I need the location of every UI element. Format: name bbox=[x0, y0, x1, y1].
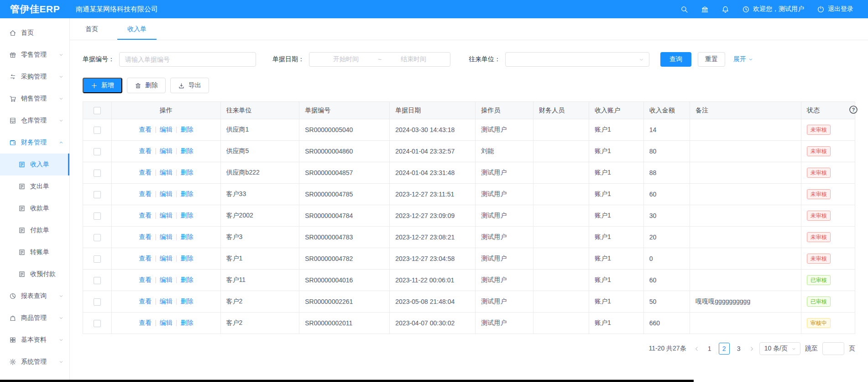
cell-operator: 测试用户 bbox=[476, 291, 533, 313]
edit-link[interactable]: 编辑 bbox=[160, 319, 173, 326]
sidebar-item-receipt-bill[interactable]: 收款单 bbox=[0, 197, 69, 219]
row-checkbox[interactable] bbox=[94, 298, 101, 306]
delete-link[interactable]: 删除 bbox=[180, 255, 193, 262]
sidebar-item-retail[interactable]: 零售管理 bbox=[0, 44, 69, 66]
action-separator: | bbox=[176, 190, 178, 197]
cell-operator: 测试用户 bbox=[476, 205, 533, 227]
jump-page-input[interactable] bbox=[822, 342, 844, 355]
status-badge: 审核中 bbox=[807, 318, 831, 328]
help-icon[interactable]: ? bbox=[849, 105, 858, 114]
delete-link[interactable]: 删除 bbox=[180, 126, 193, 133]
partner-select[interactable] bbox=[505, 52, 649, 67]
next-page-button[interactable] bbox=[749, 346, 755, 352]
date-range-picker[interactable]: 开始时间 ~ 结束时间 bbox=[309, 52, 450, 67]
edit-link[interactable]: 编辑 bbox=[160, 169, 173, 176]
welcome-user[interactable]: 欢迎您，测试用户 bbox=[742, 5, 804, 13]
view-link[interactable]: 查看 bbox=[139, 169, 152, 176]
tab-首页[interactable]: 首页 bbox=[80, 18, 104, 40]
bill-no-input[interactable] bbox=[119, 52, 256, 67]
cell-amount: 50 bbox=[643, 291, 690, 313]
row-checkbox[interactable] bbox=[94, 191, 101, 198]
status-badge: 未审核 bbox=[807, 254, 831, 264]
edit-link[interactable]: 编辑 bbox=[160, 212, 173, 219]
sidebar-item-advance-receipt[interactable]: 收预付款 bbox=[0, 263, 69, 285]
bell-icon[interactable] bbox=[722, 5, 729, 13]
view-link[interactable]: 查看 bbox=[139, 190, 152, 197]
bank-icon[interactable] bbox=[701, 5, 709, 13]
row-checkbox[interactable] bbox=[94, 127, 101, 134]
row-checkbox[interactable] bbox=[94, 255, 101, 263]
row-select-cell bbox=[83, 270, 112, 291]
view-link[interactable]: 查看 bbox=[139, 297, 152, 305]
row-checkbox[interactable] bbox=[94, 234, 101, 241]
delete-button[interactable]: 删除 bbox=[127, 78, 166, 93]
edit-link[interactable]: 编辑 bbox=[160, 147, 173, 154]
cell-partner: 客户2 bbox=[220, 313, 299, 334]
row-checkbox[interactable] bbox=[94, 212, 101, 220]
sidebar-item-label: 支出单 bbox=[30, 182, 49, 191]
table-row: 查看|编辑|删除供应商5SR000000048602024-01-04 23:3… bbox=[83, 141, 855, 162]
sidebar-item-finance[interactable]: 财务管理 bbox=[0, 132, 69, 154]
export-button[interactable]: 导出 bbox=[170, 78, 209, 93]
search-icon[interactable] bbox=[680, 5, 688, 13]
prev-page-button[interactable] bbox=[694, 346, 700, 352]
cell-partner: 客户2 bbox=[220, 291, 299, 313]
action-separator: | bbox=[155, 276, 157, 283]
row-checkbox[interactable] bbox=[94, 277, 101, 284]
view-link[interactable]: 查看 bbox=[139, 212, 152, 219]
sidebar-item-sales[interactable]: 销售管理 bbox=[0, 88, 69, 110]
view-link[interactable]: 查看 bbox=[139, 255, 152, 262]
delete-link[interactable]: 删除 bbox=[180, 212, 193, 219]
view-link[interactable]: 查看 bbox=[139, 126, 152, 133]
cell-amount: 60 bbox=[643, 184, 690, 205]
sidebar-item-payment-bill[interactable]: 付款单 bbox=[0, 219, 69, 241]
logout-button[interactable]: 退出登录 bbox=[817, 5, 853, 13]
cell-finance bbox=[533, 205, 589, 227]
edit-link[interactable]: 编辑 bbox=[160, 297, 173, 305]
reset-button[interactable]: 重置 bbox=[698, 52, 725, 67]
sidebar-item-goods[interactable]: 商品管理 bbox=[0, 307, 69, 329]
delete-link[interactable]: 删除 bbox=[180, 233, 193, 240]
sidebar-item-reports[interactable]: 报表查询 bbox=[0, 285, 69, 307]
delete-link[interactable]: 删除 bbox=[180, 147, 193, 154]
edit-link[interactable]: 编辑 bbox=[160, 126, 173, 133]
sidebar-item-purchase[interactable]: 采购管理 bbox=[0, 66, 69, 88]
row-checkbox[interactable] bbox=[94, 170, 101, 177]
clock-icon bbox=[742, 5, 750, 13]
column-header: 单据编号 bbox=[299, 102, 390, 119]
edit-link[interactable]: 编辑 bbox=[160, 190, 173, 197]
add-button[interactable]: 新增 bbox=[83, 78, 122, 93]
sidebar-item-transfer-bill[interactable]: 转账单 bbox=[0, 241, 69, 263]
search-button[interactable]: 查询 bbox=[660, 52, 691, 67]
row-checkbox[interactable] bbox=[94, 320, 101, 327]
row-checkbox[interactable] bbox=[94, 148, 101, 155]
sidebar-item-basic-data[interactable]: 基本资料 bbox=[0, 329, 69, 351]
page-button-2[interactable]: 2 bbox=[719, 343, 730, 355]
sidebar-item-home[interactable]: 首页 bbox=[0, 22, 69, 44]
view-link[interactable]: 查看 bbox=[139, 233, 152, 240]
cell-remark bbox=[690, 184, 801, 205]
expand-link[interactable]: 展开 bbox=[733, 55, 753, 64]
tab-收入单[interactable]: 收入单 bbox=[122, 18, 152, 40]
sidebar-item-system[interactable]: 系统管理 bbox=[0, 351, 69, 373]
sidebar-item-income-bill[interactable]: 收入单 bbox=[0, 154, 69, 175]
view-link[interactable]: 查看 bbox=[139, 147, 152, 154]
delete-link[interactable]: 删除 bbox=[180, 169, 193, 176]
delete-link[interactable]: 删除 bbox=[180, 297, 193, 305]
edit-link[interactable]: 编辑 bbox=[160, 255, 173, 262]
page-button-3[interactable]: 3 bbox=[733, 343, 744, 355]
select-all-checkbox[interactable] bbox=[94, 107, 101, 114]
page-button-1[interactable]: 1 bbox=[704, 343, 715, 355]
delete-link[interactable]: 删除 bbox=[180, 276, 193, 283]
edit-link[interactable]: 编辑 bbox=[160, 233, 173, 240]
delete-link[interactable]: 删除 bbox=[180, 319, 193, 326]
view-link[interactable]: 查看 bbox=[139, 276, 152, 283]
cell-finance bbox=[533, 291, 589, 313]
sidebar-item-expense-bill[interactable]: 支出单 bbox=[0, 175, 69, 197]
sidebar-item-warehouse[interactable]: 仓库管理 bbox=[0, 110, 69, 132]
view-link[interactable]: 查看 bbox=[139, 319, 152, 326]
edit-link[interactable]: 编辑 bbox=[160, 276, 173, 283]
delete-link[interactable]: 删除 bbox=[180, 190, 193, 197]
cell-date: 2024-01-04 23:32:57 bbox=[390, 141, 476, 162]
page-size-select[interactable]: 10 条/页 bbox=[759, 342, 800, 355]
